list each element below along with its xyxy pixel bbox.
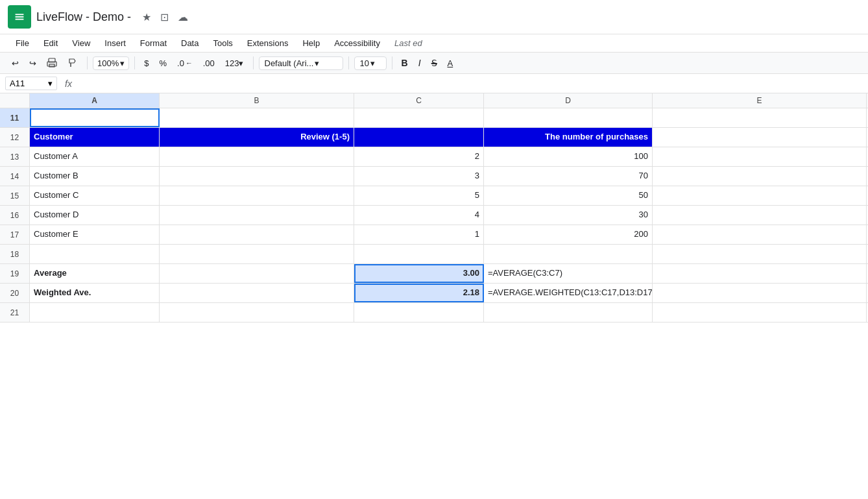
cloud-icon[interactable]: ☁ — [178, 11, 188, 23]
menu-help[interactable]: Help — [296, 36, 326, 51]
cell-d11[interactable] — [484, 108, 653, 127]
formula-input[interactable] — [80, 79, 863, 88]
dec-increase-button[interactable]: .00 — [199, 56, 219, 71]
col-header-e[interactable]: E — [653, 93, 867, 108]
print-button[interactable] — [43, 55, 61, 71]
undo-button[interactable]: ↩ — [8, 56, 23, 71]
cell-a13[interactable]: Customer A — [30, 147, 160, 166]
cell-e14[interactable] — [653, 167, 867, 186]
col-header-a[interactable]: A — [30, 93, 160, 108]
cell-b17[interactable] — [160, 225, 354, 244]
cell-c18[interactable] — [354, 245, 484, 263]
italic-button[interactable]: I — [415, 55, 425, 71]
font-selector[interactable]: Default (Ari... ▾ — [259, 56, 343, 70]
cell-a12[interactable]: Customer — [30, 128, 160, 147]
bold-button[interactable]: B — [398, 55, 412, 71]
cell-b15[interactable] — [160, 186, 354, 205]
cell-a15[interactable]: Customer C — [30, 186, 160, 205]
cell-e17[interactable] — [653, 225, 867, 244]
cell-c20[interactable]: 2.18 — [354, 284, 484, 302]
cell-b19[interactable] — [160, 264, 354, 283]
row-num-21[interactable]: 21 — [0, 303, 30, 322]
menu-accessibility[interactable]: Accessibility — [328, 36, 387, 51]
cell-e12[interactable] — [653, 128, 867, 147]
col-header-c[interactable]: C — [354, 93, 484, 108]
row-num-12[interactable]: 12 — [0, 128, 30, 147]
cell-d16[interactable]: 30 — [484, 206, 653, 225]
cell-b11[interactable] — [160, 108, 354, 127]
col-header-d[interactable]: D — [484, 93, 653, 108]
row-num-19[interactable]: 19 — [0, 264, 30, 283]
percent-button[interactable]: % — [155, 56, 171, 71]
cell-c21[interactable] — [354, 303, 484, 322]
cell-c11[interactable] — [354, 108, 484, 127]
currency-button[interactable]: $ — [140, 56, 152, 71]
cell-c15[interactable]: 5 — [354, 186, 484, 205]
underline-button[interactable]: A — [444, 56, 457, 71]
folder-icon[interactable]: ⊡ — [160, 11, 169, 23]
row-num-18[interactable]: 18 — [0, 245, 30, 263]
row-num-20[interactable]: 20 — [0, 284, 30, 302]
cell-b12[interactable]: Review (1-5) — [160, 128, 354, 147]
cell-a18[interactable] — [30, 245, 160, 263]
menu-edit[interactable]: Edit — [37, 36, 64, 51]
cell-a16[interactable]: Customer D — [30, 206, 160, 225]
cell-c19[interactable]: 3.00 — [354, 264, 484, 283]
cell-e20[interactable] — [653, 284, 867, 302]
row-num-11[interactable]: 11 — [0, 108, 30, 127]
row-num-13[interactable]: 13 — [0, 147, 30, 166]
format-number-button[interactable]: 123▾ — [221, 56, 248, 71]
cell-a17[interactable]: Customer E — [30, 225, 160, 244]
menu-insert[interactable]: Insert — [98, 36, 132, 51]
menu-last-edited[interactable]: Last ed — [388, 36, 429, 51]
cell-b16[interactable] — [160, 206, 354, 225]
row-num-15[interactable]: 15 — [0, 186, 30, 205]
zoom-selector[interactable]: 100% ▾ — [93, 56, 129, 70]
cell-e15[interactable] — [653, 186, 867, 205]
cell-e18[interactable] — [653, 245, 867, 263]
cell-e21[interactable] — [653, 303, 867, 322]
cell-a20[interactable]: Weighted Ave. — [30, 284, 160, 302]
cell-a21[interactable] — [30, 303, 160, 322]
cell-b14[interactable] — [160, 167, 354, 186]
cell-d19[interactable]: =AVERAGE(C3:C7) — [484, 264, 653, 283]
cell-b18[interactable] — [160, 245, 354, 263]
cell-c17[interactable]: 1 — [354, 225, 484, 244]
cell-d18[interactable] — [484, 245, 653, 263]
menu-view[interactable]: View — [66, 36, 97, 51]
cell-b13[interactable] — [160, 147, 354, 166]
cell-reference[interactable]: A11 ▾ — [5, 77, 57, 90]
row-num-17[interactable]: 17 — [0, 225, 30, 244]
redo-button[interactable]: ↪ — [25, 56, 40, 71]
font-size-selector[interactable]: 10 ▾ — [354, 56, 387, 70]
cell-d12[interactable]: The number of purchases — [484, 128, 653, 147]
cell-c12[interactable] — [354, 128, 484, 147]
menu-data[interactable]: Data — [175, 36, 205, 51]
cell-c13[interactable]: 2 — [354, 147, 484, 166]
cell-a14[interactable]: Customer B — [30, 167, 160, 186]
row-num-14[interactable]: 14 — [0, 167, 30, 186]
menu-file[interactable]: File — [9, 36, 36, 51]
cell-b21[interactable] — [160, 303, 354, 322]
cell-a19[interactable]: Average — [30, 264, 160, 283]
cell-d15[interactable]: 50 — [484, 186, 653, 205]
paint-format-button[interactable] — [64, 55, 82, 71]
cell-d17[interactable]: 200 — [484, 225, 653, 244]
cell-e11[interactable] — [653, 108, 867, 127]
cell-a11[interactable] — [30, 108, 160, 127]
cell-e16[interactable] — [653, 206, 867, 225]
dec-decrease-button[interactable]: .0← — [173, 56, 197, 71]
col-header-b[interactable]: B — [160, 93, 354, 108]
strikethrough-button[interactable]: S̶ — [428, 55, 441, 71]
cell-c16[interactable]: 4 — [354, 206, 484, 225]
menu-format[interactable]: Format — [134, 36, 173, 51]
row-num-16[interactable]: 16 — [0, 206, 30, 225]
cell-e13[interactable] — [653, 147, 867, 166]
cell-c14[interactable]: 3 — [354, 167, 484, 186]
cell-d20[interactable]: =AVERAGE.WEIGHTED(C13:C17,D13:D17) — [484, 284, 653, 302]
cell-b20[interactable] — [160, 284, 354, 302]
cell-d21[interactable] — [484, 303, 653, 322]
cell-d13[interactable]: 100 — [484, 147, 653, 166]
star-icon[interactable]: ★ — [142, 11, 151, 23]
menu-extensions[interactable]: Extensions — [241, 36, 295, 51]
